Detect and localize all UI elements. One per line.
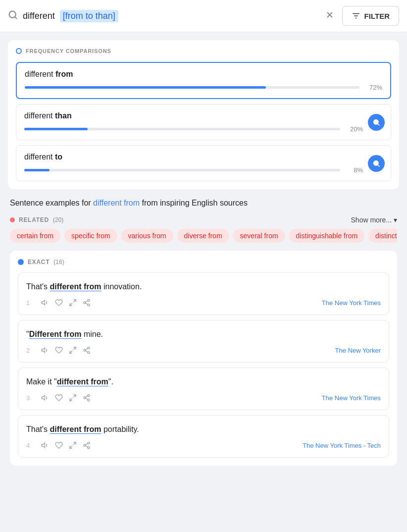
tag-distinguishable-from[interactable]: distinguishable from	[289, 229, 365, 243]
related-left: RELATED (20)	[10, 216, 63, 223]
resize-icon-3[interactable]	[69, 394, 77, 402]
sentence-card-4: That's different from portability. 4	[18, 415, 389, 458]
show-more-label: Show more...	[351, 216, 392, 224]
frequency-bar-bg-1	[25, 86, 359, 89]
share-icon-4[interactable]	[83, 441, 91, 449]
svg-marker-27	[42, 395, 45, 400]
share-icon-1[interactable]	[83, 299, 91, 307]
exact-section: EXACT (16) That's different from innovat…	[10, 251, 397, 466]
frequency-label-from: different from	[25, 70, 382, 79]
exact-count: (16)	[53, 259, 64, 266]
speaker-icon-2[interactable]	[41, 346, 49, 354]
sentence-footer-2: 2	[26, 346, 381, 354]
frequency-bar-fill-1	[25, 86, 266, 89]
svg-marker-19	[42, 348, 45, 352]
frequency-item-to[interactable]: different to 8%	[16, 145, 391, 181]
svg-marker-11	[42, 300, 45, 305]
speaker-icon-1[interactable]	[41, 299, 49, 307]
resize-icon-2[interactable]	[69, 346, 77, 354]
svg-line-28	[73, 395, 76, 397]
resize-icon-4[interactable]	[69, 441, 77, 449]
svg-line-25	[86, 351, 88, 352]
source-link-3[interactable]: The New York Times	[322, 394, 381, 402]
frequency-title: FREQUENCY COMPARISONS	[26, 48, 111, 54]
source-link-4[interactable]: The New York Times - Tech	[303, 442, 381, 449]
sentence-examples-section: Sentence examples for different from fro…	[8, 197, 399, 466]
frequency-search-btn-2[interactable]	[368, 114, 385, 131]
sentence-num-1: 1	[26, 299, 34, 307]
sentence-icons-2	[41, 346, 91, 354]
svg-line-26	[86, 348, 88, 350]
speaker-icon-3[interactable]	[41, 394, 49, 402]
exact-dot-icon	[18, 259, 24, 265]
sentence-2-post: mine.	[81, 330, 103, 338]
sentence-num-4: 4	[26, 442, 34, 449]
sentence-card-1: That's different from innovation. 1	[18, 272, 389, 315]
sentence-num-2: 2	[26, 347, 34, 354]
sentence-heading-post: from inspiring English sources	[142, 199, 248, 207]
speaker-icon-4[interactable]	[41, 441, 49, 449]
sentence-num-3: 3	[26, 394, 34, 402]
svg-line-13	[70, 303, 72, 306]
related-count: (20)	[53, 216, 63, 223]
sentence-1-bold: different from	[50, 282, 102, 291]
search-highlight-text[interactable]: [from to than]	[60, 10, 118, 22]
frequency-item-than[interactable]: different than 20%	[16, 104, 391, 140]
tag-various-from[interactable]: various from	[121, 229, 173, 243]
tag-diverse-from[interactable]: diverse from	[177, 229, 229, 243]
tag-specific-from[interactable]: specific from	[64, 229, 117, 243]
sentence-text-1: That's different from innovation.	[26, 281, 381, 293]
search-clear-button[interactable]	[323, 8, 336, 24]
freq-keyword-3: to	[55, 153, 62, 161]
search-bar: different [from to than]	[8, 8, 336, 24]
svg-line-17	[86, 303, 88, 305]
source-link-1[interactable]: The New York Times	[322, 299, 381, 307]
svg-line-41	[86, 446, 88, 447]
related-label: RELATED	[19, 216, 49, 223]
svg-line-1	[15, 16, 17, 18]
sentence-4-post: portability.	[102, 425, 139, 433]
heart-icon-1[interactable]	[55, 299, 63, 307]
heart-icon-4[interactable]	[55, 441, 63, 449]
show-more-button[interactable]: Show more... ▾	[351, 216, 397, 224]
svg-line-8	[378, 124, 379, 125]
frequency-pct-1: 72%	[364, 84, 382, 91]
tags-row: certain from specific from various from …	[10, 229, 397, 243]
search-base-text: different	[23, 11, 55, 21]
svg-line-34	[86, 396, 88, 397]
frequency-bar-row-1: 72%	[25, 84, 382, 91]
svg-line-10	[378, 165, 379, 166]
heart-icon-3[interactable]	[55, 394, 63, 402]
freq-base-3: different	[24, 153, 55, 161]
svg-marker-35	[42, 443, 45, 447]
frequency-search-btn-3[interactable]	[368, 155, 385, 172]
share-icon-2[interactable]	[83, 346, 91, 354]
sentence-footer-1: 1	[26, 299, 381, 307]
sentence-text-3: Make it "different from".	[26, 376, 381, 388]
sentence-card-2: "Different from mine. 2	[18, 320, 389, 363]
main-content: FREQUENCY COMPARISONS different from 72%…	[0, 32, 407, 474]
filter-label: FILTER	[364, 12, 390, 20]
svg-line-21	[70, 351, 72, 353]
svg-line-33	[86, 398, 88, 400]
tag-certain-from[interactable]: certain from	[10, 229, 60, 243]
frequency-label-than: different than	[24, 111, 363, 120]
source-link-2[interactable]: The New Yorker	[335, 347, 381, 354]
tag-distinct[interactable]: distinct	[368, 229, 397, 243]
tag-several-from[interactable]: several from	[233, 229, 285, 243]
frequency-label-to: different to	[24, 153, 363, 161]
exact-label: EXACT	[28, 259, 50, 266]
search-icon	[8, 10, 18, 22]
frequency-pct-3: 8%	[345, 166, 363, 174]
sentence-3-pre: Make it "	[26, 377, 57, 386]
chevron-down-icon: ▾	[394, 216, 397, 224]
resize-icon-1[interactable]	[69, 299, 77, 307]
frequency-pct-2: 20%	[345, 125, 363, 133]
sentence-3-post: ".	[108, 377, 113, 386]
frequency-item-from[interactable]: different from 72%	[16, 62, 391, 99]
sentence-heading-phrase[interactable]: different from	[93, 199, 140, 207]
heart-icon-2[interactable]	[55, 346, 63, 354]
svg-line-36	[73, 442, 76, 445]
filter-button[interactable]: FILTER	[342, 6, 399, 26]
share-icon-3[interactable]	[83, 394, 91, 402]
